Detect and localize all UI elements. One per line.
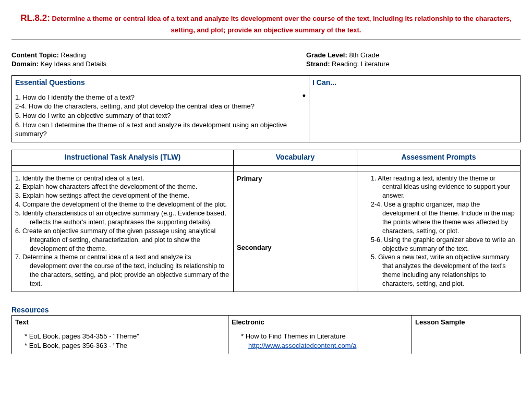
strand-label: Strand: <box>306 60 330 68</box>
ita-cell: 1. Identify the theme or central idea of… <box>12 172 234 292</box>
res-elec-item: * How to Find Themes in Literature <box>232 332 408 341</box>
standard-description: Determine a theme or central idea of a t… <box>52 15 511 34</box>
domain-value: Key Ideas and Details <box>39 60 106 68</box>
ita-item: 3. Explain how settings affect the devel… <box>15 191 230 200</box>
i-can-title: I Can... <box>312 78 517 88</box>
res-text-label: Text <box>15 318 225 327</box>
ita-title: Instructional Task Analysis (TLW) <box>15 152 230 162</box>
eq-item-6: 6. How can I determine the theme of a te… <box>15 120 306 139</box>
ita-item: 2. Explain how characters affect the dev… <box>15 183 230 191</box>
ita-item: 7. Determine a theme or central idea of … <box>15 253 230 288</box>
res-elec-link[interactable]: http://www.associatedcontent.com/a <box>248 342 356 349</box>
res-text-item: * EoL Book, pages 356-363 - "The <box>15 341 225 350</box>
res-lesson-label: Lesson Sample <box>415 318 517 327</box>
grade-level-label: Grade Level: <box>306 51 347 59</box>
assess-title: Assessment Prompts <box>360 152 517 162</box>
assess-item: 5. Given a new text, write an objective … <box>360 253 517 288</box>
resources-title: Resources <box>11 306 521 314</box>
content-topic-label: Content Topic: <box>11 51 59 59</box>
strand-value: Reading: Literature <box>330 60 390 68</box>
vocab-primary-label: Primary <box>237 174 354 184</box>
meta-row-2: Domain: Key Ideas and Details Strand: Re… <box>11 60 521 68</box>
standard-code: RL.8.2: <box>20 13 50 23</box>
meta-row-1: Content Topic: Reading Grade Level: 8th … <box>11 51 521 59</box>
analysis-table: Instructional Task Analysis (TLW) Vocabu… <box>11 150 521 292</box>
ita-item: 4. Compare the development of the theme … <box>15 200 230 209</box>
essential-questions-table: Essential Questions •1. How do I identif… <box>11 75 521 142</box>
res-elec-label: Electronic <box>232 318 408 327</box>
assess-item: 1. After reading a text, identify the th… <box>360 174 517 201</box>
res-text-item: * EoL Book, pages 354-355 - "Theme" <box>15 332 225 341</box>
resources-table: Text * EoL Book, pages 354-355 - "Theme"… <box>11 315 521 354</box>
ita-item: 6. Create an objective summary of the gi… <box>15 227 230 253</box>
grade-level-value: 8th Grade <box>347 51 379 59</box>
vocab-title: Vocabulary <box>237 152 354 162</box>
essential-questions-title: Essential Questions <box>15 78 306 88</box>
ita-item: 5. Identify characteristics of an object… <box>15 209 230 227</box>
ita-item: 1. Identify the theme or central idea of… <box>15 174 230 183</box>
domain-label: Domain: <box>11 60 39 68</box>
eq-item-2: 2-4. How do the characters, setting, and… <box>15 102 306 111</box>
standard-header: RL.8.2: Determine a theme or central ide… <box>11 11 521 40</box>
vocab-secondary-label: Secondary <box>237 243 354 252</box>
assess-item: 2-4. Use a graphic organizer, map the de… <box>360 200 517 236</box>
eq-item-5: 5. How do I write an objective summary o… <box>15 111 306 120</box>
assess-item: 5-6. Using the graphic organizer above t… <box>360 236 517 253</box>
vocab-cell: Primary Secondary <box>234 172 357 292</box>
assess-cell: 1. After reading a text, identify the th… <box>357 172 521 292</box>
content-topic-value: Reading <box>59 51 86 59</box>
eq-item-1: •1. How do I identify the theme of a tex… <box>15 93 306 102</box>
